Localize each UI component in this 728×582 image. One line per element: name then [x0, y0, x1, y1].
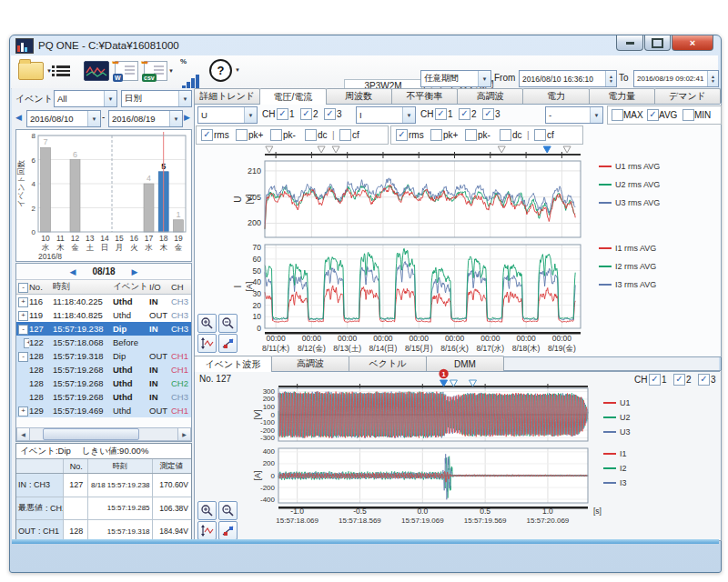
minimize-button[interactable] — [616, 35, 643, 51]
event-waveform-charts: 13002001000-100-200-300[V]U1U2U34002000-… — [194, 368, 728, 527]
expand-icon[interactable]: - — [16, 350, 29, 362]
svg-text:水: 水 — [145, 243, 153, 252]
trend-zoom-out-button[interactable] — [218, 314, 238, 333]
detail-event-label: イベント:Dip — [20, 446, 71, 457]
expand-icon[interactable]: + — [16, 309, 29, 321]
tab-demand[interactable]: デマンド — [654, 88, 721, 104]
svg-text:-300: -300 — [260, 434, 276, 442]
bottom-splitter[interactable] — [12, 539, 719, 544]
tab-event-waveform[interactable]: イベント波形 — [194, 356, 272, 372]
word-export-button[interactable]: ➥W — [115, 59, 138, 83]
avg-checkbox[interactable]: ✓ — [647, 109, 659, 121]
tab-detail-trend[interactable]: 詳細トレンド — [194, 88, 260, 104]
date-from-select[interactable]: 2016/08/10▼ — [26, 110, 101, 127]
csv-export-button[interactable]: ➥csv▼ — [144, 59, 167, 83]
expand-icon[interactable]: + — [16, 336, 29, 348]
tab-unbalance[interactable]: 不平衡率 — [391, 88, 458, 104]
report-view-button[interactable] — [84, 59, 109, 83]
u-cf-checkbox[interactable] — [339, 129, 351, 141]
event-row[interactable]: +11911:18:40.825UthdOUTCH3 — [16, 308, 191, 322]
tab-harmonics[interactable]: 高調波 — [457, 88, 523, 104]
open-folder-button[interactable]: ▼ — [18, 59, 52, 83]
scroll-right-icon[interactable]: ▶ — [177, 428, 190, 440]
event-table-header: - No. 時刻 イベント I/O CH — [16, 280, 191, 295]
close-button[interactable]: × — [672, 35, 713, 51]
svg-text:U1 rms AVG: U1 rms AVG — [615, 162, 660, 171]
prev-range-button[interactable]: ◀ — [15, 113, 22, 122]
scrollbar-thumb[interactable] — [43, 428, 139, 440]
svg-text:U: U — [233, 196, 243, 202]
i-pkplus-checkbox[interactable] — [430, 129, 442, 141]
prev-day-button[interactable]: ◀ — [70, 267, 76, 276]
i-ch3-checkbox[interactable]: ✓ — [482, 108, 494, 120]
next-day-button[interactable]: ▶ — [132, 267, 138, 276]
col-time[interactable]: 時刻 — [53, 281, 113, 293]
wave-yscale-button[interactable] — [197, 521, 217, 540]
u-channel-select[interactable]: U▼ — [197, 106, 258, 124]
i-channel-select[interactable]: I▼ — [356, 106, 416, 124]
i-ch2-checkbox[interactable]: ✓ — [459, 108, 470, 120]
event-filter-select[interactable]: All▼ — [54, 90, 117, 107]
tab-energy[interactable]: 電力量 — [589, 88, 655, 104]
help-button[interactable]: ?▼ — [209, 58, 240, 82]
spinner-icon[interactable]: ▲▼ — [707, 71, 718, 86]
help-icon: ? — [209, 59, 232, 82]
tab-power[interactable]: 電力 — [522, 88, 589, 104]
i-rms-checkbox[interactable]: ✓ — [396, 129, 408, 141]
expand-icon[interactable]: + — [16, 405, 29, 416]
min-checkbox[interactable] — [682, 109, 694, 121]
u-ch1-checkbox[interactable]: ✓ — [277, 108, 288, 120]
u-pkminus-checkbox[interactable] — [270, 129, 282, 141]
event-row[interactable]: -12715:57:19.238DipINCH3 — [16, 322, 191, 336]
u-ch2-checkbox[interactable]: ✓ — [300, 108, 312, 120]
wave-zoom-in-button[interactable] — [197, 501, 217, 520]
col-ch[interactable]: CH — [171, 282, 189, 292]
i-pkminus-checkbox[interactable] — [465, 129, 477, 141]
to-datetime-field[interactable]: 2016/08/19 09:02:41▲▼ — [633, 70, 719, 87]
trend-cursor-button[interactable] — [218, 334, 238, 353]
col-io[interactable]: I/O — [149, 282, 171, 292]
from-datetime-field[interactable]: 2016/08/10 16:36:10▲▼ — [519, 70, 617, 87]
event-list-button[interactable] — [56, 59, 70, 83]
extra-select[interactable]: -▼ — [545, 106, 603, 124]
titlebar[interactable]: PQ ONE - C:¥Data¥16081000 × — [10, 35, 721, 55]
col-no[interactable]: No. — [29, 282, 53, 292]
u-dc-checkbox[interactable] — [305, 129, 317, 141]
maximize-button[interactable] — [644, 35, 671, 51]
max-checkbox[interactable] — [612, 109, 623, 121]
trend-yscale-button[interactable] — [197, 334, 217, 353]
i-ch1-checkbox[interactable]: ✓ — [435, 108, 447, 120]
trend-zoom-in-button[interactable] — [197, 314, 217, 333]
collapse-all-icon[interactable]: - — [18, 283, 28, 293]
event-row[interactable]: +12915:57:19.469UthdOUTCH1 — [16, 404, 191, 417]
event-row[interactable]: 12815:57:19.268UthdINCH3 — [16, 390, 191, 404]
event-row[interactable]: +11611:18:40.225UthdINCH3 — [16, 295, 191, 308]
i-cf-checkbox[interactable] — [534, 129, 546, 141]
event-row[interactable]: 12815:57:19.268UthdINCH2 — [16, 376, 191, 390]
svg-text:I3: I3 — [620, 478, 627, 487]
u-ch3-checkbox[interactable]: ✓ — [324, 108, 336, 120]
wave-cursor-button[interactable] — [218, 521, 238, 540]
svg-text:U1: U1 — [620, 398, 631, 407]
svg-text:8/17(水): 8/17(水) — [476, 344, 504, 353]
tab-voltage-current[interactable]: 電圧/電流 — [259, 88, 326, 105]
event-row[interactable]: +12215:57:18.068Before — [16, 336, 191, 349]
event-row[interactable]: -12815:57:19.318DipOUTCH1 — [16, 349, 191, 363]
event-row[interactable]: 12815:57:19.268UthdINCH1 — [16, 363, 191, 376]
tab-frequency[interactable]: 周波数 — [326, 88, 392, 104]
view-mode-select[interactable]: 日別▼ — [121, 90, 192, 107]
trend-period-select[interactable]: 任意期間▼ — [420, 70, 491, 87]
expand-icon[interactable]: + — [16, 296, 29, 307]
i-dc-checkbox[interactable] — [500, 129, 511, 141]
expand-icon[interactable]: - — [16, 323, 29, 335]
scroll-left-icon[interactable]: ◀ — [17, 428, 30, 440]
svg-text:00:00: 00:00 — [373, 334, 393, 343]
u-pkplus-checkbox[interactable] — [236, 129, 248, 141]
event-list-hscrollbar[interactable]: ◀ ▶ — [16, 427, 191, 441]
u-rms-checkbox[interactable]: ✓ — [201, 129, 213, 141]
next-range-button[interactable]: ▶ — [184, 113, 190, 122]
wave-zoom-out-button[interactable] — [218, 501, 238, 520]
col-event[interactable]: イベント — [113, 281, 149, 293]
date-to-select[interactable]: 2016/08/19▼ — [108, 110, 183, 127]
spinner-icon[interactable]: ▲▼ — [605, 71, 616, 86]
